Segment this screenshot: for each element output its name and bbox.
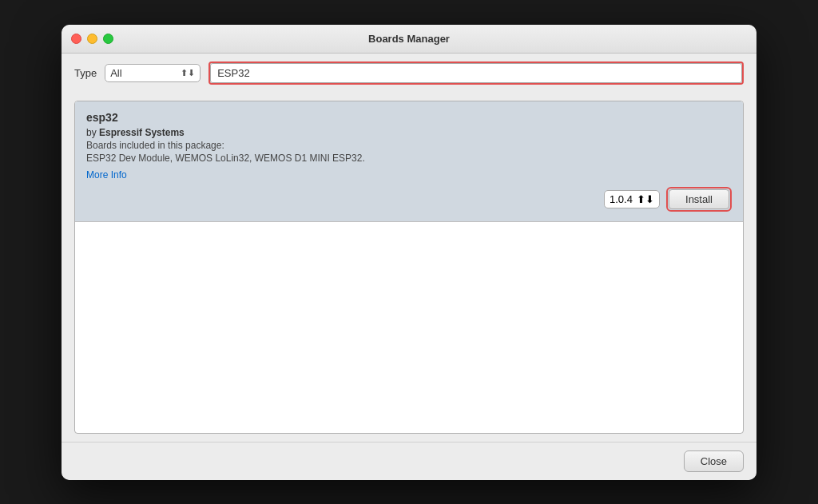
package-list: esp32 by Espressif Systems Boards includ… [74, 101, 744, 434]
close-window-button[interactable] [71, 34, 81, 44]
traffic-lights [71, 34, 113, 44]
title-bar: Boards Manager [62, 25, 756, 54]
search-input[interactable] [210, 63, 742, 83]
author-prefix: by [86, 127, 99, 138]
package-actions: 1.0.4 ⬆⬇ Install [86, 187, 732, 212]
type-dropdown-arrow: ⬆⬇ [181, 68, 195, 78]
minimize-window-button[interactable] [87, 34, 97, 44]
package-item[interactable]: esp32 by Espressif Systems Boards includ… [75, 101, 743, 222]
footer: Close [62, 442, 756, 480]
more-info-link[interactable]: More Info [86, 169, 127, 181]
maximize-window-button[interactable] [103, 34, 113, 44]
version-dropdown-arrow: ⬆⬇ [637, 193, 654, 205]
package-author: by Espressif Systems [86, 127, 732, 138]
content-area: esp32 by Espressif Systems Boards includ… [62, 93, 756, 442]
boards-manager-window: Boards Manager Type All ⬆⬇ esp32 by Espr… [62, 25, 756, 480]
window-title: Boards Manager [368, 33, 450, 45]
package-boards: ESP32 Dev Module, WEMOS LoLin32, WEMOS D… [86, 153, 732, 164]
version-dropdown[interactable]: 1.0.4 ⬆⬇ [604, 190, 660, 208]
version-value: 1.0.4 [610, 193, 633, 205]
type-dropdown[interactable]: All ⬆⬇ [105, 64, 201, 82]
package-description: Boards included in this package: [86, 140, 732, 151]
type-dropdown-value: All [110, 67, 121, 79]
install-button[interactable]: Install [669, 189, 729, 209]
package-name: esp32 [86, 111, 732, 124]
install-button-wrapper: Install [666, 187, 732, 212]
toolbar: Type All ⬆⬇ [62, 54, 756, 93]
type-label: Type [74, 67, 97, 79]
search-input-wrapper [208, 62, 744, 85]
author-name: Espressif Systems [99, 127, 185, 138]
close-button[interactable]: Close [684, 450, 744, 472]
